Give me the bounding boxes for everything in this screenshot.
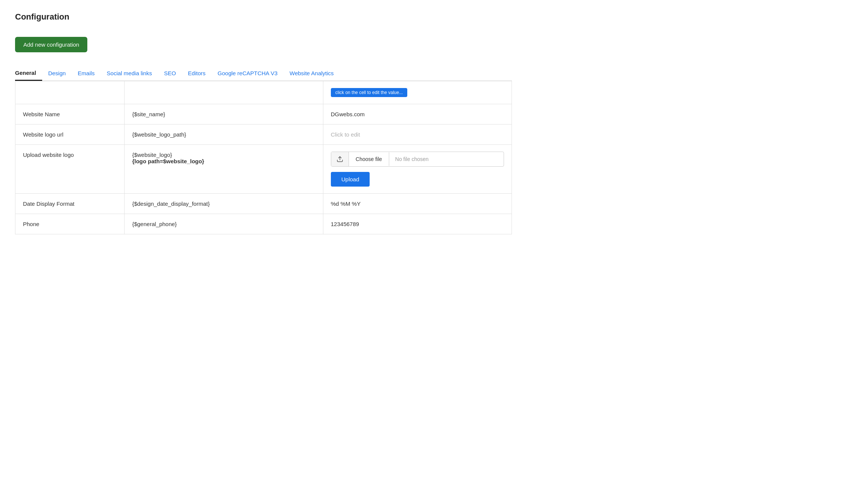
file-input-row: Choose file No file chosen: [331, 152, 504, 167]
tab-seo[interactable]: SEO: [158, 66, 182, 80]
table-row: Website Name {$site_name} DGwebs.com: [15, 104, 512, 125]
row-variable-phone: {$general_phone}: [125, 214, 323, 234]
no-file-label: No file chosen: [389, 152, 504, 166]
tab-general[interactable]: General: [15, 66, 42, 81]
col-value-header: click on the cell to edit the value...: [323, 81, 512, 104]
row-label-phone: Phone: [15, 214, 125, 234]
choose-file-button[interactable]: Choose file: [349, 152, 389, 166]
table-row: Upload website logo {$website_logo} {log…: [15, 145, 512, 194]
col-label-header: [15, 81, 125, 104]
upload-icon: [337, 156, 343, 163]
col-variable-header: [125, 81, 323, 104]
tab-website-analytics[interactable]: Website Analytics: [283, 66, 340, 80]
table-row: Website logo url {$website_logo_path} Cl…: [15, 125, 512, 145]
add-configuration-button[interactable]: Add new configuration: [15, 37, 87, 52]
row-value-upload-logo: Choose file No file chosen Upload: [323, 145, 512, 194]
row-value-phone[interactable]: 123456789: [323, 214, 512, 234]
tab-social-media-links[interactable]: Social media links: [101, 66, 158, 80]
row-variable-upload-logo: {$website_logo} {logo path=$website_logo…: [125, 145, 323, 194]
upload-icon-button[interactable]: [331, 152, 349, 166]
table-row: Date Display Format {$design_date_displa…: [15, 194, 512, 214]
row-value-website-logo-url[interactable]: Click to edit: [323, 125, 512, 145]
page-title: Configuration: [15, 12, 512, 22]
row-label-website-name: Website Name: [15, 104, 125, 125]
tab-emails[interactable]: Emails: [72, 66, 101, 80]
edit-tooltip-badge: click on the cell to edit the value...: [331, 88, 407, 97]
config-table: click on the cell to edit the value... W…: [15, 81, 512, 234]
row-value-date-format[interactable]: %d %M %Y: [323, 194, 512, 214]
variable-line2: {logo path=$website_logo}: [132, 158, 315, 164]
row-label-date-format: Date Display Format: [15, 194, 125, 214]
variable-line1: {$website_logo}: [132, 152, 315, 158]
table-header-row: click on the cell to edit the value...: [15, 81, 512, 104]
row-variable-website-name: {$site_name}: [125, 104, 323, 125]
tab-google-recaptcha[interactable]: Google reCAPTCHA V3: [212, 66, 283, 80]
tabs-nav: General Design Emails Social media links…: [15, 66, 512, 81]
row-label-upload-logo: Upload website logo: [15, 145, 125, 194]
tab-editors[interactable]: Editors: [182, 66, 212, 80]
tab-design[interactable]: Design: [42, 66, 72, 80]
upload-submit-button[interactable]: Upload: [331, 172, 370, 187]
row-variable-date-format: {$design_date_display_format}: [125, 194, 323, 214]
row-value-website-name[interactable]: DGwebs.com: [323, 104, 512, 125]
row-label-website-logo-url: Website logo url: [15, 125, 125, 145]
upload-area: Choose file No file chosen Upload: [331, 152, 504, 187]
table-row: Phone {$general_phone} 123456789: [15, 214, 512, 234]
row-variable-website-logo-url: {$website_logo_path}: [125, 125, 323, 145]
